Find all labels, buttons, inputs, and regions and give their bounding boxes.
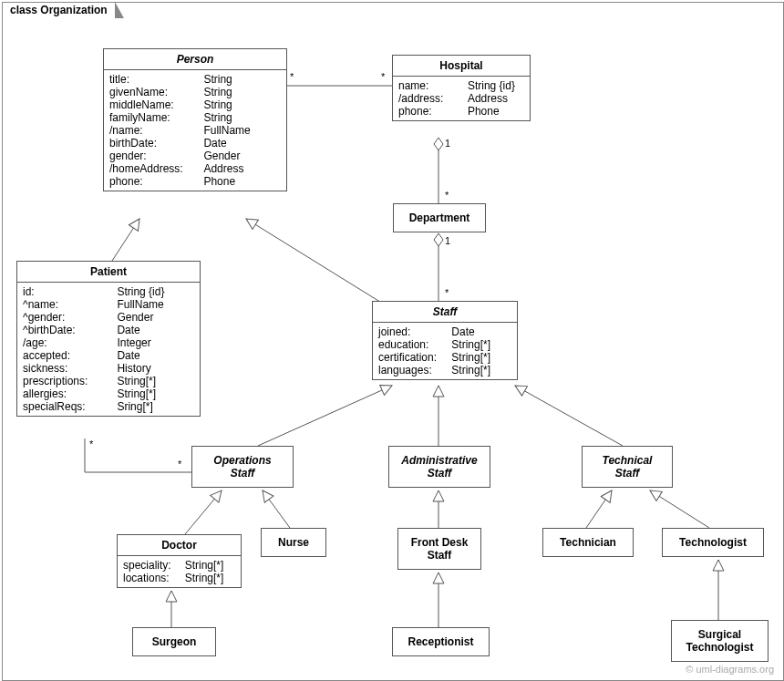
class-title: Hospital [393, 56, 530, 77]
mult-hospital-dept: 1 [445, 138, 450, 149]
class-attributes: title:StringgivenName:StringmiddleName:S… [104, 70, 286, 191]
class-title: Person [104, 49, 286, 70]
class-nurse: Nurse [261, 528, 326, 557]
class-title: Technologist [663, 529, 763, 556]
attribute-type: String[*] [117, 375, 194, 387]
attribute-row: middleName:String [109, 98, 281, 111]
class-title: Staff [373, 302, 517, 323]
attribute-name: ^name: [23, 298, 117, 311]
class-technician: Technician [542, 528, 634, 557]
attribute-name: title: [109, 73, 203, 86]
attribute-type: String [203, 98, 281, 111]
attribute-name: /homeAddress: [109, 162, 203, 175]
attribute-row: birthDate:Date [109, 137, 281, 150]
frame-label: class Organization [2, 2, 116, 17]
attribute-type: Gender [117, 311, 194, 324]
gen-tech-staff [515, 386, 623, 446]
attribute-name: languages: [378, 364, 451, 377]
assoc-patient-opsstaff [85, 439, 191, 472]
attribute-name: sickness: [23, 362, 117, 375]
attribute-type: Phone [203, 175, 281, 188]
attribute-type: History [117, 362, 194, 375]
class-doctor: Doctor speciality:String[*]locations:Str… [117, 534, 242, 588]
class-patient: Patient id:String {id}^name:FullName^gen… [16, 261, 201, 417]
attribute-row: sickness:History [23, 362, 194, 375]
attribute-type: String [203, 86, 281, 98]
attribute-type: String[*] [451, 338, 511, 351]
attribute-type: Gender [203, 150, 281, 162]
gen-nurse-ops [263, 490, 290, 528]
attribute-row: /name:FullName [109, 124, 281, 137]
attribute-row: familyName:String [109, 111, 281, 124]
attribute-type: String[*] [451, 364, 511, 377]
attribute-row: locations:String[*] [123, 572, 235, 584]
class-person: Person title:StringgivenName:Stringmiddl… [103, 48, 287, 191]
attribute-row: name:String {id} [398, 79, 524, 92]
attribute-name: /name: [109, 124, 203, 137]
attribute-type: Date [117, 349, 194, 362]
attribute-name: accepted: [23, 349, 117, 362]
attribute-name: education: [378, 338, 451, 351]
mult-hospital-side: * [381, 71, 385, 82]
attribute-row: specialReqs:Sring[*] [23, 400, 194, 413]
attribute-name: speciality: [123, 559, 185, 572]
attribute-type: String [203, 73, 281, 86]
attribute-name: birthDate: [109, 137, 203, 150]
class-administrative-staff: Administrative Staff [388, 446, 490, 488]
attribute-row: ^birthDate:Date [23, 324, 194, 336]
attribute-name: specialReqs: [23, 400, 117, 413]
mult-dept-top: * [445, 190, 449, 201]
attribute-name: prescriptions: [23, 375, 117, 387]
uml-frame: class Organization [2, 2, 784, 681]
attribute-row: prescriptions:String[*] [23, 375, 194, 387]
attribute-name: gender: [109, 150, 203, 162]
attribute-name: /address: [398, 92, 468, 105]
attribute-row: title:String [109, 73, 281, 86]
attribute-row: accepted:Date [23, 349, 194, 362]
class-title: Receptionist [393, 628, 489, 655]
class-title: Administrative Staff [389, 447, 490, 487]
attribute-row: allergies:String[*] [23, 387, 194, 400]
class-attributes: speciality:String[*]locations:String[*] [118, 556, 241, 587]
attribute-name: /age: [23, 336, 117, 349]
class-title: Doctor [118, 535, 241, 556]
class-staff: Staff joined:Dateeducation:String[*]cert… [372, 301, 518, 380]
attribute-row: /age:Integer [23, 336, 194, 349]
attribute-name: joined: [378, 325, 451, 338]
attribute-type: Address [468, 92, 524, 105]
attribute-row: /homeAddress:Address [109, 162, 281, 175]
class-title: Technical Staff [583, 447, 672, 487]
attribute-name: certification: [378, 351, 451, 364]
class-attributes: name:String {id}/address:Addressphone:Ph… [393, 77, 530, 120]
class-operations-staff: Operations Staff [191, 446, 294, 488]
class-hospital: Hospital name:String {id}/address:Addres… [392, 55, 531, 121]
class-attributes: joined:Dateeducation:String[*]certificat… [373, 323, 517, 379]
class-surgeon: Surgeon [132, 627, 216, 656]
mult-person-side: * [290, 71, 294, 82]
attribute-type: FullName [203, 124, 281, 137]
attribute-type: Date [117, 324, 194, 336]
mult-dept-staff: 1 [445, 235, 450, 246]
attribute-name: locations: [123, 572, 185, 584]
gen-staff-person [246, 219, 383, 304]
class-technical-staff: Technical Staff [582, 446, 673, 488]
attribute-row: givenName:String [109, 86, 281, 98]
attribute-row: education:String[*] [378, 338, 511, 351]
mult-patient-ops-o: * [178, 459, 181, 469]
attribute-row: phone:Phone [398, 105, 524, 118]
gen-technologist-tech [650, 490, 709, 528]
mult-staff-top: * [445, 287, 449, 298]
class-title: Department [394, 204, 485, 232]
attribute-name: ^birthDate: [23, 324, 117, 336]
gen-patient-person [112, 219, 139, 261]
attribute-type: String[*] [451, 351, 511, 364]
class-title: Operations Staff [192, 447, 293, 487]
class-title: Front Desk Staff [398, 529, 480, 569]
class-title: Surgeon [133, 628, 215, 655]
attribute-name: name: [398, 79, 468, 92]
gen-doctor-ops [185, 490, 222, 534]
class-title: Technician [543, 529, 633, 556]
mult-patient-ops-p: * [89, 439, 93, 449]
attribute-type: Address [203, 162, 281, 175]
attribute-name: id: [23, 285, 117, 298]
